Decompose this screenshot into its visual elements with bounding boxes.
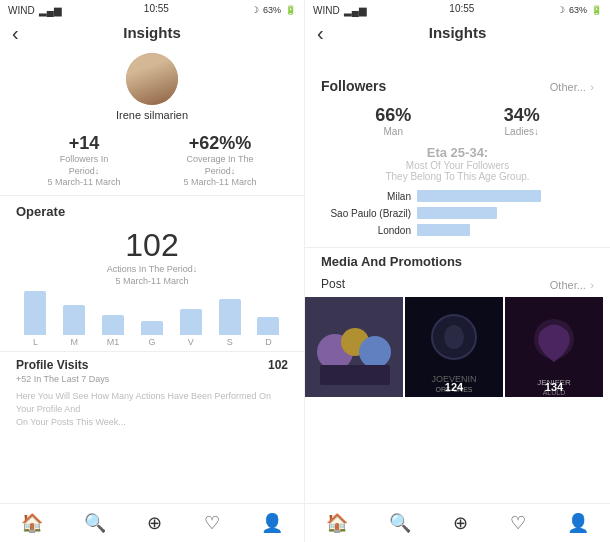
post-header: Post Other... › bbox=[305, 273, 610, 297]
age-group: Eta 25-34: Most Of Your FollowersThey Be… bbox=[305, 141, 610, 184]
bar-D bbox=[257, 317, 279, 335]
bar-label-G: G bbox=[148, 337, 155, 347]
stat-followers-label: Followers InPeriod↓5 March-11 March bbox=[47, 154, 120, 189]
profile-visits-count: 102 bbox=[268, 358, 288, 372]
stat-coverage-label: Coverage In ThePeriod↓5 March-11 March bbox=[183, 154, 256, 189]
media-header: Media And Promotions bbox=[305, 247, 610, 273]
status-bar-left: WIND ▂▄▆ 10:55 ☽ 63% 🔋 bbox=[0, 0, 304, 20]
bottom-nav-left: 🏠 🔍 ⊕ ♡ 👤 bbox=[0, 503, 304, 542]
actions-number: 102 bbox=[0, 223, 304, 264]
gender-ladies-pct: 34% bbox=[504, 105, 540, 126]
media-title: Media And Promotions bbox=[321, 254, 462, 269]
status-left: WIND ▂▄▆ bbox=[8, 3, 62, 17]
followers-header: Followers Other... › bbox=[305, 49, 610, 101]
signal-icon-right: ▂▄▆ bbox=[344, 5, 367, 16]
gender-ladies: 34% Ladies↓ bbox=[504, 105, 540, 137]
city-row-milan: Milan bbox=[321, 190, 594, 202]
nav-search-left[interactable]: 🔍 bbox=[84, 512, 106, 534]
nav-add-left[interactable]: ⊕ bbox=[147, 512, 162, 534]
status-bar-right: WIND ▂▄▆ 10:55 ☽ 63% 🔋 bbox=[305, 0, 610, 20]
bar-G bbox=[141, 321, 163, 335]
bar-chart: L M M1 G V S D bbox=[0, 287, 304, 351]
bar-label-M: M bbox=[71, 337, 79, 347]
age-group-sub: Most Of Your FollowersThey Belong To Thi… bbox=[321, 160, 594, 182]
battery-left: 63% bbox=[263, 5, 281, 15]
left-panel: WIND ▂▄▆ 10:55 ☽ 63% 🔋 ‹ Insights Irene … bbox=[0, 0, 305, 542]
profile-visits-sub: +52 In The Last 7 Days bbox=[0, 374, 304, 388]
battery-icon-left: 🔋 bbox=[285, 5, 296, 15]
nav-heart-right[interactable]: ♡ bbox=[510, 512, 526, 534]
gender-man-label: Man bbox=[375, 126, 411, 137]
moon-icon: ☽ bbox=[251, 5, 259, 15]
bar-label-S: S bbox=[227, 337, 233, 347]
city-row-saopaulo: Sao Paulo (Brazil) bbox=[321, 207, 594, 219]
nav-home-left[interactable]: 🏠 bbox=[21, 512, 43, 534]
bar-M bbox=[63, 305, 85, 335]
bar-col-M: M bbox=[63, 305, 85, 347]
carrier-left: WIND bbox=[8, 5, 35, 16]
bar-col-M1: M1 bbox=[102, 315, 124, 347]
bar-label-M1: M1 bbox=[107, 337, 120, 347]
bar-M1 bbox=[102, 315, 124, 335]
bar-col-V: V bbox=[180, 309, 202, 347]
stats-row: +14 Followers InPeriod↓5 March-11 March … bbox=[0, 127, 304, 196]
bar-V bbox=[180, 309, 202, 335]
post-thumb-2[interactable]: JOEVENIN ORE ONES 124 bbox=[405, 297, 503, 397]
post-label: Post bbox=[321, 277, 345, 291]
profile-visits-note: Here You Will See How Many Actions Have … bbox=[0, 388, 304, 434]
bar-col-D: D bbox=[257, 317, 279, 347]
bar-col-L: L bbox=[24, 291, 46, 347]
back-button-left[interactable]: ‹ bbox=[12, 22, 19, 45]
bar-S bbox=[219, 299, 241, 335]
profile-name: Irene silmarien bbox=[116, 109, 188, 121]
nav-add-right[interactable]: ⊕ bbox=[453, 512, 468, 534]
bar-col-G: G bbox=[141, 321, 163, 347]
city-name-milan: Milan bbox=[321, 191, 411, 202]
stat-followers: +14 Followers InPeriod↓5 March-11 March bbox=[47, 133, 120, 189]
svg-point-3 bbox=[359, 336, 391, 368]
nav-heart-left[interactable]: ♡ bbox=[204, 512, 220, 534]
profile-visits-row: Profile Visits 102 bbox=[0, 351, 304, 374]
nav-profile-right[interactable]: 👤 bbox=[567, 512, 589, 534]
gender-man-pct: 66% bbox=[375, 105, 411, 126]
moon-icon-right: ☽ bbox=[557, 5, 565, 15]
actions-label: Actions In The Period↓5 March-11 March bbox=[0, 264, 304, 287]
bar-label-D: D bbox=[265, 337, 272, 347]
city-bar-milan-bg bbox=[417, 190, 594, 202]
battery-right: 63% bbox=[569, 5, 587, 15]
city-bar-milan-fill bbox=[417, 190, 541, 202]
followers-title: Followers bbox=[321, 78, 386, 94]
nav-home-right[interactable]: 🏠 bbox=[326, 512, 348, 534]
followers-other-link[interactable]: Other... › bbox=[550, 77, 594, 95]
status-right-left: ☽ 63% 🔋 bbox=[251, 3, 296, 17]
post-thumb-1[interactable] bbox=[305, 297, 403, 397]
operate-section-title: Operate bbox=[0, 196, 304, 223]
nav-profile-left[interactable]: 👤 bbox=[261, 512, 283, 534]
bottom-nav-right: 🏠 🔍 ⊕ ♡ 👤 bbox=[305, 503, 610, 542]
city-bars: Milan Sao Paulo (Brazil) London bbox=[305, 184, 610, 247]
age-group-main: Eta 25-34: bbox=[321, 145, 594, 160]
city-name-london: London bbox=[321, 225, 411, 236]
bar-label-L: L bbox=[33, 337, 38, 347]
post-other-link[interactable]: Other... › bbox=[550, 275, 594, 293]
gender-ladies-label: Ladies↓ bbox=[504, 126, 540, 137]
stat-coverage: +62%% Coverage In ThePeriod↓5 March-11 M… bbox=[183, 133, 256, 189]
posts-grid: JOEVENIN ORE ONES 124 JENIFER ALULD 134 bbox=[305, 297, 610, 397]
city-bar-saopaulo-bg bbox=[417, 207, 594, 219]
city-name-saopaulo: Sao Paulo (Brazil) bbox=[321, 208, 411, 219]
city-bar-saopaulo-fill bbox=[417, 207, 497, 219]
status-right-left-side: WIND ▂▄▆ bbox=[313, 3, 367, 17]
chevron-right-icon-post: › bbox=[590, 279, 594, 291]
back-button-right[interactable]: ‹ bbox=[317, 22, 324, 45]
time-right: 10:55 bbox=[449, 3, 474, 17]
page-title-right: Insights bbox=[429, 24, 487, 41]
battery-icon-right: 🔋 bbox=[591, 5, 602, 15]
city-bar-london-fill bbox=[417, 224, 470, 236]
post-count-2: 124 bbox=[445, 381, 463, 393]
nav-search-right[interactable]: 🔍 bbox=[389, 512, 411, 534]
avatar bbox=[126, 53, 178, 105]
status-right-right-side: ☽ 63% 🔋 bbox=[557, 3, 602, 17]
post-thumb-3[interactable]: JENIFER ALULD 134 bbox=[505, 297, 603, 397]
page-title-left: Insights bbox=[123, 24, 181, 41]
gender-row: 66% Man 34% Ladies↓ bbox=[305, 101, 610, 141]
